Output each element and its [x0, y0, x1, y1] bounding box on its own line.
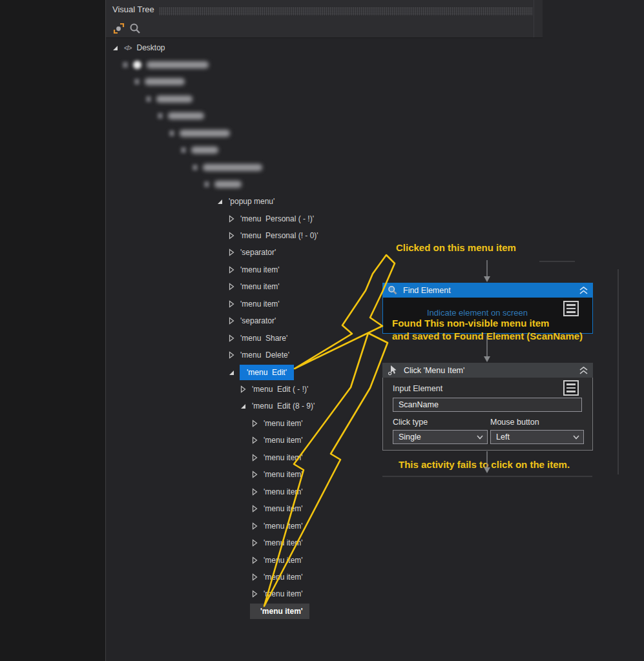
- search-icon: [129, 22, 141, 35]
- tree-item[interactable]: 'menu item': [251, 553, 303, 568]
- expander-icon[interactable]: [251, 573, 258, 581]
- expander-icon[interactable]: [227, 334, 235, 342]
- tree-item-label: 'menu item': [264, 487, 303, 497]
- find-element-header[interactable]: Find Element: [382, 283, 593, 298]
- expander-icon[interactable]: [227, 266, 235, 274]
- tree-item[interactable]: 'menu Edit': [227, 365, 294, 380]
- tree-item-redacted[interactable]: [169, 125, 230, 141]
- tree-item[interactable]: 'menu item': [227, 279, 280, 294]
- hamburger-menu-button[interactable]: [563, 380, 579, 396]
- tree-item[interactable]: 'menu Personal (! - 0)': [227, 228, 318, 243]
- expander-icon[interactable]: [227, 317, 235, 325]
- click-type-select[interactable]: Single: [393, 430, 488, 444]
- expander-icon: [181, 147, 186, 153]
- expander-icon[interactable]: [251, 436, 258, 444]
- expander-icon: [192, 165, 198, 170]
- annotation-clicked: Clicked on this menu item: [396, 242, 516, 253]
- tree-item-label: 'menu item': [250, 604, 309, 619]
- expander-icon[interactable]: [227, 283, 235, 290]
- expander-icon[interactable]: [227, 300, 235, 308]
- tree-item[interactable]: 'menu item': [251, 484, 303, 500]
- tree-item[interactable]: 'menu item': [227, 296, 280, 312]
- tree-item-label: 'menu item': [240, 299, 280, 309]
- expander-icon[interactable]: [251, 420, 258, 427]
- tree-item[interactable]: 'menu item': [251, 586, 303, 602]
- expander-icon[interactable]: [227, 369, 235, 376]
- expander-icon[interactable]: [251, 454, 258, 462]
- tree-item[interactable]: </>Desktop: [111, 40, 165, 56]
- indicate-on-screen-link[interactable]: Indicate element on screen: [402, 308, 552, 318]
- tree-item[interactable]: 'menu item': [227, 262, 280, 278]
- tree-item-redacted[interactable]: [123, 57, 209, 73]
- tree-item[interactable]: 'menu Share': [227, 330, 287, 346]
- tree-item-redacted[interactable]: [192, 159, 262, 175]
- expander-icon[interactable]: [251, 471, 258, 478]
- tree-item[interactable]: 'menu Edit (8 - 9)': [239, 398, 315, 414]
- tree-item[interactable]: 'menu item': [251, 535, 303, 551]
- expander-icon[interactable]: [227, 351, 235, 359]
- tree-item[interactable]: 'menu Personal ( - !)': [227, 211, 314, 227]
- expander-icon[interactable]: [251, 522, 258, 530]
- tree-item[interactable]: 'menu item': [251, 467, 303, 482]
- tree-item-label: 'menu Delete': [240, 350, 289, 360]
- expander-icon[interactable]: [111, 44, 119, 52]
- tree-item[interactable]: 'menu item': [251, 450, 303, 465]
- expander-icon[interactable]: [251, 590, 258, 598]
- find-element-title: Find Element: [403, 286, 574, 295]
- tree-item-redacted[interactable]: [134, 74, 185, 90]
- search-button[interactable]: [128, 21, 142, 36]
- tree-item-label: 'menu item': [264, 572, 303, 582]
- click-menu-item-activity[interactable]: Click 'Menu Item' Input Element ScanName…: [382, 363, 593, 451]
- tree-item[interactable]: 'menu item': [251, 416, 303, 431]
- click-type-label: Click type: [393, 418, 428, 427]
- collapse-chevron-icon[interactable]: [579, 287, 588, 294]
- annotation-found-line1: Found This non-visible menu item: [392, 318, 549, 329]
- indicate-element-button[interactable]: [112, 21, 126, 36]
- tree-item-label: 'separator': [240, 316, 276, 326]
- input-element-field[interactable]: ScanName: [393, 398, 582, 412]
- annotation-fails: This activity fails to click on the item…: [399, 459, 570, 470]
- tree-item[interactable]: 'menu Delete': [227, 347, 289, 363]
- tree-item[interactable]: 'menu item': [251, 518, 303, 534]
- tree-item[interactable]: 'separator': [227, 313, 276, 329]
- magnifier-icon: [388, 285, 398, 296]
- tree-item-label: 'menu Personal ( - !)': [240, 214, 314, 224]
- hamburger-menu-button[interactable]: [563, 301, 579, 316]
- mouse-button-select[interactable]: Left: [490, 430, 584, 444]
- tree-item-label: 'popup menu': [229, 196, 275, 207]
- tree-item-label: 'menu Edit': [240, 365, 294, 380]
- click-activity-title: Click 'Menu Item': [404, 366, 574, 375]
- tree-item-label: 'menu item': [240, 265, 280, 275]
- mouse-button-value: Left: [496, 432, 510, 442]
- tree-item[interactable]: 'menu item': [251, 569, 303, 585]
- expander-icon[interactable]: [227, 232, 235, 239]
- expander-icon[interactable]: [251, 505, 258, 513]
- tree-item-redacted[interactable]: [158, 108, 204, 124]
- collapse-chevron-icon[interactable]: [579, 367, 588, 374]
- tree-item[interactable]: 'separator': [227, 245, 276, 260]
- tree-item[interactable]: 'menu item': [251, 501, 303, 516]
- expander-icon[interactable]: [251, 539, 258, 547]
- tree-item[interactable]: 'menu item': [251, 604, 309, 619]
- tree-item-label: 'menu item': [264, 435, 303, 445]
- click-activity-header[interactable]: Click 'Menu Item': [382, 363, 593, 378]
- tree-item[interactable]: 'menu item': [251, 432, 303, 448]
- expander-icon[interactable]: [227, 249, 235, 256]
- expander-icon[interactable]: [216, 198, 223, 205]
- tree-item-redacted[interactable]: [181, 143, 218, 158]
- tree-item-label: 'menu item': [264, 538, 303, 548]
- tree-item[interactable]: 'menu Edit ( - !)': [239, 381, 308, 397]
- tree-item-label: 'menu item': [264, 453, 303, 463]
- tree-item[interactable]: 'popup menu': [216, 194, 275, 209]
- panel-drag-handle[interactable]: [159, 7, 532, 15]
- expander-icon[interactable]: [239, 385, 247, 393]
- expander-icon[interactable]: [251, 488, 258, 496]
- tree-item-redacted[interactable]: [146, 91, 192, 107]
- tree-item-redacted[interactable]: [204, 177, 242, 192]
- click-type-value: Single: [399, 432, 421, 442]
- expander-icon[interactable]: [227, 215, 235, 223]
- chevron-down-icon: [477, 435, 483, 440]
- expander-icon[interactable]: [251, 556, 258, 564]
- expander-icon[interactable]: [239, 402, 247, 410]
- redacted-label: [191, 147, 218, 154]
